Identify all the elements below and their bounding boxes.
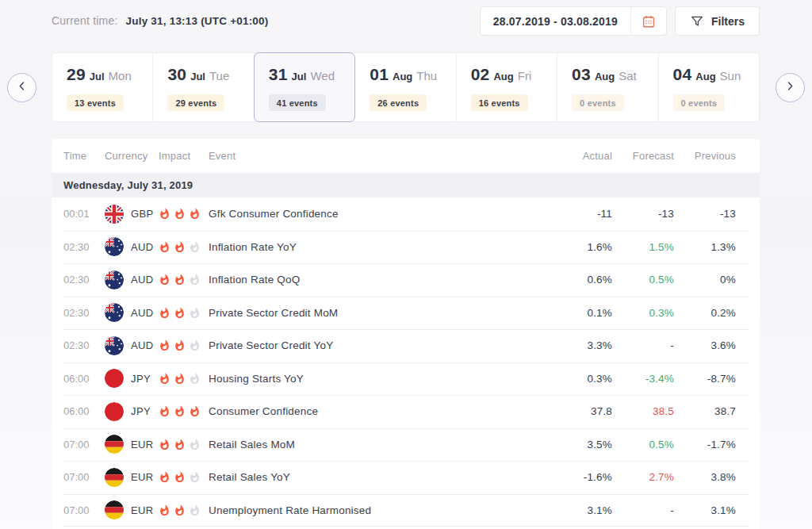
impact-flame-icon: [174, 471, 186, 483]
previous-value: 0%: [674, 274, 736, 286]
previous-value: 3.6%: [674, 339, 736, 351]
event-time: 07:00: [63, 439, 105, 450]
currency-code: AUD: [131, 241, 154, 253]
forecast-value: 0.3%: [612, 307, 674, 319]
events-count-badge: 41 events: [269, 94, 326, 111]
prev-days-button[interactable]: [7, 73, 36, 102]
impact-flame-icon: [159, 339, 170, 351]
event-time: 00:01: [63, 208, 105, 220]
forecast-value: 0.5%: [612, 274, 674, 286]
event-name: Gfk Consumer Confidence: [209, 208, 550, 220]
currency-code: EUR: [131, 471, 154, 483]
event-time: 06:00: [63, 373, 105, 385]
filters-label: Filters: [711, 15, 745, 28]
day-tab-title: 29JulMon: [67, 65, 152, 84]
col-header-actual: Actual: [550, 150, 612, 162]
currency-flag-icon: [105, 468, 124, 487]
event-time: 02:30: [63, 274, 105, 286]
forecast-value: 2.7%: [612, 471, 674, 483]
impact-cell: [159, 274, 209, 286]
event-row[interactable]: 02:30 AUD Private Sector Credit MoM 0.1%…: [52, 297, 760, 330]
event-row[interactable]: 06:00 JPY Consumer Confidence 37.8 38.5 …: [52, 395, 760, 428]
impact-flame-icon: [174, 307, 186, 319]
next-days-button[interactable]: [776, 73, 805, 102]
day-tab[interactable]: 04AugSun 0 events: [659, 53, 759, 121]
previous-value: 38.7: [674, 405, 736, 417]
day-weekday: Tue: [209, 69, 229, 82]
actual-value: 3.5%: [550, 439, 612, 450]
currency-flag-icon: [105, 205, 124, 224]
impact-flame-icon: [189, 208, 201, 220]
day-tab[interactable]: 02AugFri 16 events: [457, 53, 557, 121]
impact-flame-icon: [189, 504, 201, 516]
day-tab-title: 04AugSun: [673, 65, 759, 84]
top-controls: 28.07.2019 - 03.08.2019 Filters: [480, 6, 760, 36]
impact-cell: [159, 339, 209, 351]
current-time: Current time: July 31, 13:13 (UTC +01:00…: [52, 14, 268, 27]
currency-flag-icon: [105, 237, 124, 256]
event-row[interactable]: 02:30 AUD Inflation Rate YoY 1.6% 1.5% 1…: [52, 231, 760, 264]
currency-code: JPY: [131, 405, 151, 417]
day-weekday: Fri: [518, 69, 532, 82]
col-header-forecast: Forecast: [612, 150, 674, 162]
forecast-value: -3.4%: [612, 373, 674, 385]
previous-value: -1.7%: [674, 439, 736, 450]
day-weekday: Mon: [109, 69, 132, 82]
currency-flag-icon: [105, 336, 124, 355]
previous-value: 1.3%: [674, 241, 736, 253]
forecast-value: 38.5: [612, 405, 674, 417]
day-month: Jul: [190, 71, 205, 82]
impact-flame-icon: [189, 241, 201, 253]
forecast-value: -: [612, 339, 674, 351]
day-tab[interactable]: 03AugSat 0 events: [557, 53, 658, 121]
day-tab[interactable]: 29JulMon 13 events: [52, 53, 153, 121]
date-group-header: Wednesday, July 31, 2019: [52, 173, 760, 197]
impact-flame-icon: [189, 471, 201, 483]
currency-code: AUD: [131, 307, 154, 319]
currency-code: AUD: [131, 339, 154, 351]
currency-code: GBP: [131, 208, 154, 220]
currency-cell: AUD: [105, 336, 159, 355]
day-month: Aug: [393, 71, 412, 82]
impact-flame-icon: [189, 307, 201, 319]
day-number: 04: [673, 65, 692, 83]
event-row[interactable]: 06:00 JPY Housing Starts YoY 0.3% -3.4% …: [52, 362, 760, 396]
currency-cell: AUD: [105, 270, 159, 289]
event-name: Private Sector Credit YoY: [209, 339, 550, 351]
event-row[interactable]: 00:01 GBP Gfk Consumer Confidence -11 -1…: [52, 197, 760, 231]
day-number: 03: [572, 65, 591, 83]
event-name: Inflation Rate YoY: [209, 241, 550, 253]
funnel-icon: [690, 14, 704, 29]
impact-flame-icon: [189, 405, 201, 417]
event-row[interactable]: 07:00 EUR Unemployment Rate Harmonised 3…: [52, 494, 760, 527]
impact-flame-icon: [189, 274, 201, 286]
actual-value: 37.8: [550, 405, 612, 417]
currency-code: AUD: [131, 274, 154, 286]
date-range-button[interactable]: 28.07.2019 - 03.08.2019: [480, 6, 667, 36]
previous-value: -13: [674, 208, 736, 220]
events-count-badge: 0 events: [572, 94, 624, 111]
event-row[interactable]: 07:00 EUR Retail Sales MoM 3.5% 0.5% -1.…: [52, 428, 760, 462]
currency-code: JPY: [131, 373, 151, 385]
calendar-icon[interactable]: [631, 14, 666, 29]
impact-flame-icon: [159, 405, 170, 417]
col-header-event: Event: [209, 150, 550, 162]
day-number: 01: [370, 65, 389, 83]
day-tab[interactable]: 31JulWed 41 events: [254, 52, 355, 122]
current-time-label: Current time:: [52, 14, 118, 27]
event-row[interactable]: 02:30 AUD Inflation Rate QoQ 0.6% 0.5% 0…: [52, 263, 760, 297]
event-row[interactable]: 07:00 EUR Retail Sales YoY -1.6% 2.7% 3.…: [52, 461, 760, 494]
currency-cell: EUR: [105, 435, 159, 454]
actual-value: -11: [550, 208, 612, 220]
day-tab[interactable]: 30JulTue 29 events: [153, 53, 254, 121]
event-name: Unemployment Rate Harmonised: [209, 504, 550, 516]
col-header-currency: Currency: [105, 150, 159, 162]
event-time: 07:00: [63, 504, 105, 516]
event-name: Retail Sales YoY: [209, 471, 550, 483]
filters-button[interactable]: Filters: [675, 6, 760, 36]
previous-value: 3.1%: [674, 504, 736, 516]
day-tab[interactable]: 01AugThu 26 events: [355, 53, 456, 121]
event-row[interactable]: 02:30 AUD Private Sector Credit YoY 3.3%…: [52, 329, 760, 362]
previous-value: 0.2%: [674, 307, 736, 319]
currency-flag-icon: [105, 435, 124, 454]
